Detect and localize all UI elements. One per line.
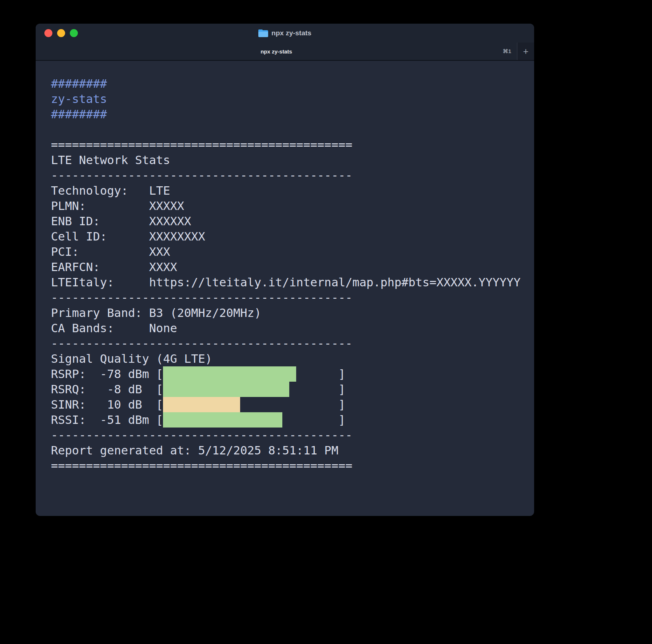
zoom-button[interactable] — [70, 29, 78, 37]
info-value: XXXXXX — [149, 214, 191, 228]
signal-value: -51 — [100, 412, 121, 428]
separator-heavy: ========================================… — [51, 458, 534, 473]
signal-gauge-bar — [163, 382, 289, 397]
bracket-close: ] — [338, 397, 345, 412]
bracket-close: ] — [338, 366, 345, 382]
folder-icon — [258, 29, 268, 37]
info-row: PCI:XXX — [51, 244, 534, 259]
signal-row: RSSI:-51 dBm[] — [51, 412, 534, 428]
signal-unit: dBm — [128, 366, 156, 382]
signal-gauge-bar — [163, 397, 240, 412]
separator-light: ----------------------------------------… — [51, 428, 534, 443]
window-title-text: npx zy-stats — [271, 29, 311, 37]
signal-unit: dB — [128, 382, 156, 397]
info-label: ENB ID: — [51, 214, 149, 229]
info-value: https://lteitaly.it/internal/map.php#bts… — [149, 275, 521, 289]
signal-gauge-bar — [163, 412, 282, 428]
info-row: LTEItaly:https://lteitaly.it/internal/ma… — [51, 275, 534, 290]
terminal-output: ######## zy-stats ######## =============… — [36, 60, 534, 473]
signal-label: SINR: — [51, 397, 100, 412]
info-row: PLMN:XXXXX — [51, 198, 534, 214]
report-timestamp: 5/12/2025 8:51:11 PM — [198, 444, 338, 457]
signal-value: 10 — [100, 397, 121, 412]
titlebar[interactable]: npx zy-stats npx zy-stats ⌘1 + — [36, 24, 534, 60]
bracket-open: [ — [156, 382, 163, 397]
banner-line: ######## — [51, 76, 534, 91]
report-prefix: Report generated at: — [51, 444, 191, 457]
info-row: CA Bands:None — [51, 321, 534, 336]
banner-line: ######## — [51, 107, 534, 122]
info-label: Cell ID: — [51, 229, 149, 244]
signal-value: -78 — [100, 366, 121, 382]
info-label: PLMN: — [51, 198, 149, 214]
info-value: LTE — [149, 184, 170, 198]
info-label: EARFCN: — [51, 259, 149, 275]
info-label: PCI: — [51, 244, 149, 259]
signal-gauge — [163, 397, 338, 412]
bracket-close: ] — [338, 382, 345, 397]
signal-label: RSRQ: — [51, 382, 100, 397]
info-row: Primary Band:B3 (20MHz/20MHz) — [51, 305, 534, 321]
signal-row: SINR:10 dB[] — [51, 397, 534, 412]
info-value: None — [149, 321, 177, 335]
signal-gauge — [163, 366, 338, 382]
minimize-button[interactable] — [57, 29, 65, 37]
info-label: LTEItaly: — [51, 275, 149, 290]
bracket-open: [ — [156, 366, 163, 382]
band-rows: Primary Band:B3 (20MHz/20MHz) CA Bands:N… — [51, 305, 534, 336]
info-value: XXXX — [149, 260, 177, 274]
signal-row: RSRP:-78 dBm[] — [51, 366, 534, 382]
info-value: XXXXXXXX — [149, 230, 205, 243]
signal-gauge — [163, 412, 338, 428]
info-label: CA Bands: — [51, 321, 149, 336]
separator-light: ----------------------------------------… — [51, 168, 534, 183]
separator-light: ----------------------------------------… — [51, 336, 534, 351]
separator-light: ----------------------------------------… — [51, 290, 534, 305]
signal-value: -8 — [100, 382, 121, 397]
signal-label: RSSI: — [51, 412, 100, 428]
section-title-network: LTE Network Stats — [51, 152, 534, 168]
bracket-open: [ — [156, 412, 163, 428]
tab-npx-zy-stats[interactable]: npx zy-stats ⌘1 — [36, 43, 517, 60]
tab-shortcut: ⌘1 — [503, 48, 511, 55]
info-row: EARFCN:XXXX — [51, 259, 534, 275]
info-row: ENB ID:XXXXXX — [51, 214, 534, 229]
bracket-close: ] — [338, 412, 345, 428]
info-row: Technology:LTE — [51, 183, 534, 198]
traffic-lights — [44, 29, 78, 37]
tab-label: npx zy-stats — [261, 48, 292, 55]
signal-unit: dB — [128, 397, 156, 412]
info-label: Primary Band: — [51, 305, 149, 321]
signal-gauge — [163, 382, 338, 397]
separator-heavy: ========================================… — [51, 137, 534, 152]
info-label: Technology: — [51, 183, 149, 198]
info-value: B3 (20MHz/20MHz) — [149, 306, 261, 320]
bracket-open: [ — [156, 397, 163, 412]
terminal-window: npx zy-stats npx zy-stats ⌘1 + ######## … — [36, 24, 534, 516]
banner-line: zy-stats — [51, 91, 534, 107]
signal-label: RSRP: — [51, 366, 100, 382]
new-tab-button[interactable]: + — [517, 43, 534, 60]
info-value: XXX — [149, 245, 170, 259]
signal-gauge-bar — [163, 366, 296, 382]
window-title: npx zy-stats — [258, 29, 311, 37]
info-value: XXXXX — [149, 199, 184, 213]
network-rows: Technology:LTE PLMN:XXXXX ENB ID:XXXXXX … — [51, 183, 534, 290]
title-row: npx zy-stats — [36, 24, 534, 43]
tab-bar: npx zy-stats ⌘1 + — [36, 43, 534, 61]
report-line: Report generated at: 5/12/2025 8:51:11 P… — [51, 443, 534, 458]
signal-row: RSRQ:-8 dB[] — [51, 382, 534, 397]
signal-unit: dBm — [128, 412, 156, 428]
info-row: Cell ID:XXXXXXXX — [51, 229, 534, 244]
close-button[interactable] — [44, 29, 52, 37]
signal-rows: RSRP:-78 dBm[] RSRQ:-8 dB[] SINR:10 dB[]… — [51, 366, 534, 428]
section-title-signal: Signal Quality (4G LTE) — [51, 351, 534, 366]
